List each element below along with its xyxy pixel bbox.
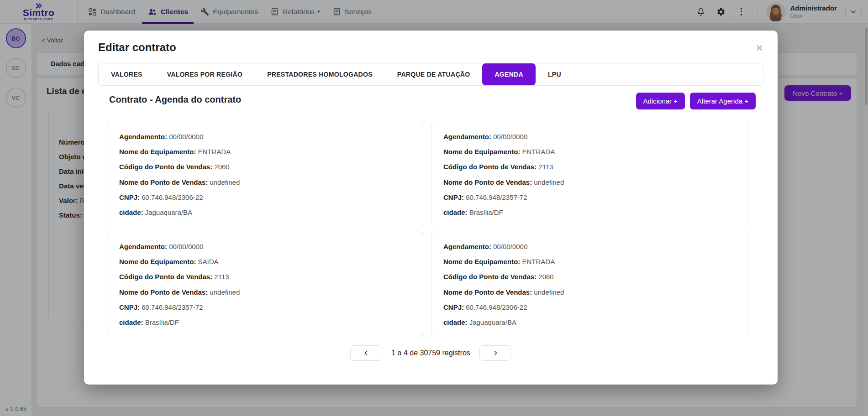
previous-page-button[interactable]	[350, 345, 382, 361]
card-field: Nome do Ponto de Vendas: undefined	[119, 178, 412, 186]
tab-lpu[interactable]: LPU	[536, 63, 573, 85]
agenda-card-1: Agendamento: 00/00/0000 Nome do Equipame…	[107, 122, 424, 226]
card-field: cidade: Brasília/DF	[119, 318, 412, 326]
card-field: Agendamento: 00/00/0000	[119, 133, 412, 140]
tab-prestadores-homologados[interactable]: PRESTADORES HOMOLOGADOS	[255, 63, 385, 85]
close-icon[interactable]: ×	[756, 42, 763, 53]
card-field: Agendamento: 00/00/0000	[443, 133, 736, 140]
card-field: CNPJ: 60.746.948/2306-22	[119, 193, 412, 201]
card-field: Nome do Ponto de Vendas: undefined	[119, 288, 412, 296]
card-field: CNPJ: 60.746.948/2357-72	[443, 193, 736, 201]
change-agenda-button[interactable]: Alterar Agenda +	[690, 93, 756, 109]
agenda-cards-grid: Agendamento: 00/00/0000 Nome do Equipame…	[107, 122, 751, 336]
modal-title: Editar contrato	[98, 41, 176, 54]
app-root: Simtro BUSINESS CARE Dashboard	[0, 0, 868, 416]
tab-parque-de-atuacao[interactable]: PARQUE DE ATUAÇÃO	[385, 63, 483, 85]
card-field: Nome do Equipamento: ENTRADA	[119, 148, 412, 156]
agenda-card-2: Agendamento: 00/00/0000 Nome do Equipame…	[431, 122, 748, 226]
card-field: CNPJ: 60.746.948/2306-22	[443, 303, 736, 311]
card-field: cidade: Brasília/DF	[443, 208, 736, 216]
card-field: Código do Ponto de Vendas: 2060	[119, 163, 412, 171]
card-field: cidade: Jaguaquara/BA	[119, 208, 412, 216]
section-title: Contrato - Agenda do contrato	[109, 94, 241, 105]
card-field: Nome do Equipamento: SAIDA	[119, 258, 412, 265]
chevron-right-icon	[492, 349, 499, 357]
card-field: Nome do Ponto de Vendas: undefined	[443, 288, 736, 296]
card-field: Nome do Equipamento: ENTRADA	[443, 258, 736, 265]
card-field: cidade: Jaguaquara/BA	[443, 318, 736, 326]
card-field: Código do Ponto de Vendas: 2113	[119, 273, 412, 281]
chevron-left-icon	[363, 349, 370, 357]
tab-agenda[interactable]: AGENDA	[482, 63, 535, 85]
tab-valores-por-regiao[interactable]: VALORES POR REGIÃO	[155, 63, 255, 85]
card-field: Código do Ponto de Vendas: 2113	[443, 163, 736, 171]
agenda-card-3: Agendamento: 00/00/0000 Nome do Equipame…	[107, 232, 424, 336]
card-field: Código do Ponto de Vendas: 2060	[443, 273, 736, 281]
card-field: Nome do Ponto de Vendas: undefined	[443, 178, 736, 186]
pagination-info: 1 a 4 de 30759 registros	[391, 349, 470, 357]
card-field: Agendamento: 00/00/0000	[119, 243, 412, 250]
agenda-card-4: Agendamento: 00/00/0000 Nome do Equipame…	[431, 232, 748, 336]
next-page-button[interactable]	[479, 345, 511, 361]
card-field: Agendamento: 00/00/0000	[443, 243, 736, 250]
tab-valores[interactable]: VALORES	[99, 63, 155, 85]
edit-contract-modal: Editar contrato × VALORES VALORES POR RE…	[84, 31, 778, 385]
pagination: 1 a 4 de 30759 registros	[84, 345, 778, 361]
modal-tabbar: VALORES VALORES POR REGIÃO PRESTADORES H…	[98, 63, 763, 86]
card-field: CNPJ: 60.746.948/2357-72	[119, 303, 412, 311]
add-button[interactable]: Adicionar +	[636, 93, 685, 109]
card-field: Nome do Equipamento: ENTRADA	[443, 148, 736, 156]
